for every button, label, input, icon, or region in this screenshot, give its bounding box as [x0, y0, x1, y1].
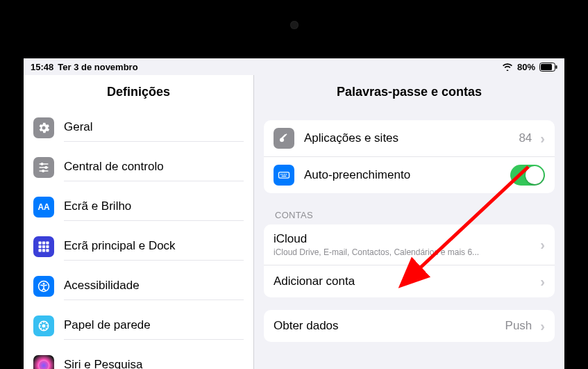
- svg-rect-28: [280, 174, 282, 174]
- status-date: Ter 3 de novembro: [58, 62, 137, 72]
- sidebar-item-label: Ecrã e Brilho: [64, 192, 244, 221]
- sidebar-item-label: Central de controlo: [64, 153, 244, 181]
- sidebar-item-label: Geral: [64, 113, 244, 142]
- sidebar-item-label: Papel de parede: [64, 311, 244, 340]
- svg-rect-13: [39, 245, 42, 247]
- gear-icon: [33, 117, 54, 138]
- row-label: Adicionar conta: [274, 274, 537, 288]
- row-label: Obter dados: [274, 319, 505, 333]
- row-label: Auto-preenchimento: [304, 168, 510, 182]
- sidebar-item-brilho[interactable]: AA Ecrã e Brilho: [24, 187, 253, 227]
- svg-text:AA: AA: [37, 202, 50, 211]
- chevron-right-icon: ›: [540, 131, 545, 147]
- row-aplicacoes-sites[interactable]: Aplicações e sites 84 ›: [264, 120, 555, 157]
- svg-rect-16: [39, 249, 42, 252]
- svg-point-23: [39, 360, 49, 369]
- svg-rect-15: [46, 245, 49, 247]
- detail-title: Palavras-passe e contas: [254, 75, 564, 108]
- keyboard-icon: [274, 165, 294, 186]
- status-bar: 15:48 Ter 3 de novembro 80%: [24, 58, 564, 75]
- chevron-right-icon: ›: [540, 274, 545, 290]
- brightness-icon: AA: [33, 197, 54, 218]
- sidebar-item-controlo[interactable]: Central de controlo: [24, 147, 253, 187]
- svg-point-6: [44, 165, 47, 168]
- svg-rect-18: [46, 249, 49, 252]
- svg-rect-1: [541, 64, 552, 70]
- sidebar-item-dock[interactable]: Ecrã principal e Dock: [24, 227, 253, 266]
- row-adicionar-conta[interactable]: Adicionar conta ›: [264, 265, 555, 297]
- svg-rect-17: [42, 249, 45, 252]
- key-icon: [274, 128, 294, 149]
- svg-point-8: [42, 169, 44, 172]
- battery-icon: [539, 63, 557, 72]
- svg-point-20: [43, 282, 45, 284]
- row-obter-dados[interactable]: Obter dados Push ›: [264, 310, 555, 342]
- svg-rect-30: [284, 174, 285, 174]
- svg-point-22: [42, 324, 46, 327]
- svg-rect-14: [42, 245, 45, 247]
- detail-pane: Palavras-passe e contas Aplicações e sit…: [254, 75, 564, 369]
- status-time: 15:48: [31, 62, 53, 72]
- accessibility-icon: [33, 276, 54, 297]
- svg-rect-10: [39, 241, 42, 244]
- device-camera: [290, 21, 299, 29]
- group-contas: iCloud iCloud Drive, E-mail, Contactos, …: [264, 224, 555, 297]
- status-battery-pct: 80%: [517, 62, 535, 72]
- settings-sidebar: Definições Geral Central de controlo: [24, 75, 254, 369]
- row-value: 84: [519, 131, 532, 145]
- sidebar-item-label: Siri e Pesquisa: [64, 351, 244, 369]
- sidebar-item-acessibilidade[interactable]: Acessibilidade: [24, 266, 253, 306]
- siri-icon: [33, 355, 54, 370]
- group-passwords: Aplicações e sites 84 › Auto-preenchimen…: [264, 120, 555, 193]
- wallpaper-icon: [33, 315, 54, 336]
- svg-rect-2: [556, 65, 557, 69]
- svg-rect-32: [282, 176, 287, 177]
- svg-rect-31: [286, 174, 287, 174]
- sidebar-item-siri[interactable]: Siri e Pesquisa: [24, 345, 253, 369]
- row-auto-preenchimento[interactable]: Auto-preenchimento: [264, 157, 555, 193]
- row-label: iCloud: [274, 232, 537, 246]
- sidebar-title: Definições: [24, 75, 253, 108]
- row-sub: iCloud Drive, E-mail, Contactos, Calendá…: [274, 247, 537, 257]
- screen: 15:48 Ter 3 de novembro 80% Definições: [24, 58, 564, 369]
- svg-point-24: [280, 138, 284, 142]
- group-obter-dados: Obter dados Push ›: [264, 310, 555, 342]
- row-icloud[interactable]: iCloud iCloud Drive, E-mail, Contactos, …: [264, 224, 555, 265]
- svg-rect-27: [279, 172, 289, 178]
- chevron-right-icon: ›: [540, 318, 545, 334]
- grid-icon: [33, 236, 54, 257]
- chevron-right-icon: ›: [540, 237, 545, 253]
- row-value: Push: [505, 319, 532, 333]
- svg-rect-12: [46, 241, 49, 244]
- svg-rect-11: [42, 241, 45, 244]
- svg-point-4: [40, 162, 43, 165]
- autofill-toggle[interactable]: [510, 165, 545, 186]
- sidebar-item-papel[interactable]: Papel de parede: [24, 306, 253, 345]
- row-label: Aplicações e sites: [304, 131, 519, 145]
- sidebar-item-label: Acessibilidade: [64, 272, 244, 300]
- wifi-icon: [502, 63, 513, 71]
- sidebar-item-label: Ecrã principal e Dock: [64, 232, 244, 261]
- sliders-icon: [33, 157, 54, 178]
- svg-rect-3: [39, 163, 48, 165]
- sidebar-item-geral[interactable]: Geral: [24, 108, 253, 147]
- svg-rect-29: [283, 174, 284, 174]
- group-header-contas: CONTAS: [275, 210, 555, 220]
